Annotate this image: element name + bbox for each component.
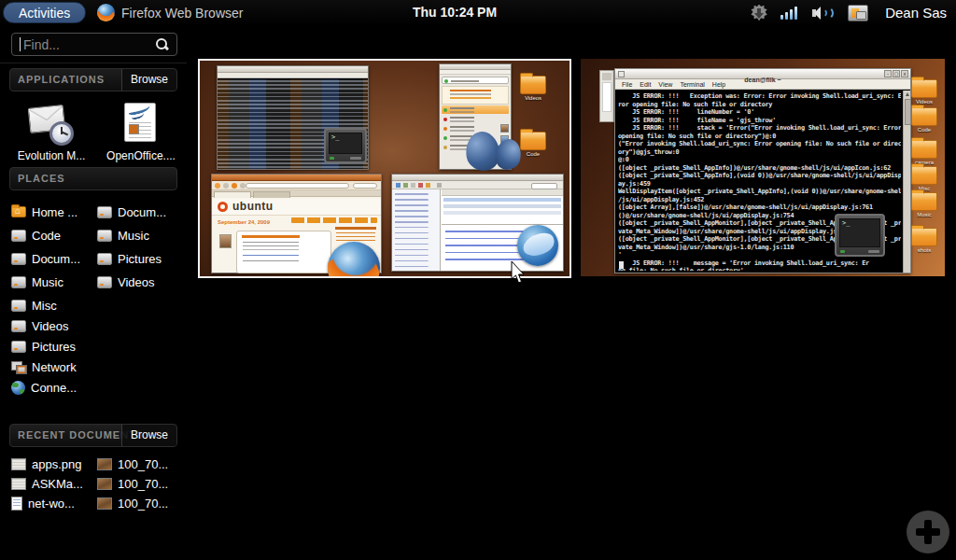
minimize-button[interactable]: - <box>884 70 892 77</box>
maximize-button[interactable]: □ <box>893 70 900 77</box>
favorite-apps: Evolution M... OpenOffice.... <box>13 101 183 162</box>
firefox-window[interactable]: ubuntu September 24, 2009 <box>211 174 382 273</box>
places-header: PLACES <box>9 167 177 190</box>
search-input[interactable]: Find... <box>11 33 177 56</box>
webpage-content: ubuntu September 24, 2009 <box>212 199 381 273</box>
recent-document-item[interactable]: 100_70... <box>97 496 183 511</box>
network-icon <box>11 361 26 373</box>
place-item[interactable]: Code <box>11 225 97 245</box>
browser-search-box <box>353 183 377 189</box>
browser-tabstrip <box>212 190 381 197</box>
place-item[interactable]: Docum... <box>11 248 97 269</box>
place-item[interactable]: Misc <box>11 295 187 315</box>
place-item[interactable]: Music <box>97 225 183 245</box>
desktop-folder: Videos <box>519 76 547 101</box>
updates-icon[interactable] <box>751 5 767 21</box>
folder-label: Code <box>519 151 547 157</box>
place-item-connect[interactable]: Conne... <box>11 377 187 398</box>
menu-file[interactable]: File <box>622 81 632 88</box>
recent-document-label: ASKMa... <box>32 477 83 491</box>
ubuntu-wordmark: ubuntu <box>232 200 274 213</box>
places-list: Misc Videos Pictures Network Conne... <box>11 295 187 398</box>
volume-icon[interactable] <box>812 6 835 21</box>
menu-view[interactable]: View <box>658 81 672 88</box>
screenshot-thumbnail <box>11 478 26 490</box>
app-item-evolution[interactable]: Evolution M... <box>13 101 90 162</box>
drive-icon <box>11 276 26 288</box>
photo-thumbnail <box>97 478 112 490</box>
terminal-app-icon: >_ <box>835 214 885 257</box>
user-menu[interactable]: Dean Sas <box>881 5 947 21</box>
window-titlebar: dean@filk ~ - □ x <box>615 69 910 79</box>
recent-documents-header: RECENT DOCUMENTS Browse <box>9 424 177 447</box>
battery-icon[interactable] <box>848 5 868 21</box>
place-item-home[interactable]: Home ... <box>11 202 97 222</box>
place-label: Music <box>118 229 149 243</box>
drive-icon <box>11 230 26 242</box>
recent-document-item[interactable]: apps.png <box>11 456 97 472</box>
app-menu[interactable]: Firefox Web Browser <box>97 0 243 25</box>
close-button[interactable]: x <box>901 70 908 77</box>
desktop-folder: camera <box>910 140 938 165</box>
recent-document-item[interactable]: 100_70... <box>97 456 183 472</box>
clock[interactable]: Thu 10:24 PM <box>413 0 497 25</box>
recent-document-item[interactable]: 100_70... <box>97 476 183 492</box>
applications-browse-button[interactable]: Browse <box>121 69 176 91</box>
desktop-folder: Code <box>910 107 938 133</box>
drive-icon <box>97 230 112 242</box>
folder-pane <box>392 189 441 271</box>
folder-label: shots <box>910 247 938 253</box>
recent-document-item[interactable]: net-wo... <box>11 496 97 511</box>
menu-edit[interactable]: Edit <box>640 81 651 88</box>
speech-bubble <box>236 231 331 273</box>
page-date: September 24, 2009 <box>218 219 270 225</box>
folder-icon <box>911 166 937 185</box>
notification-box <box>442 86 509 105</box>
recent-documents-browse-button[interactable]: Browse <box>121 425 176 447</box>
window-titlebar <box>392 175 563 181</box>
terminal-scrollbar[interactable] <box>903 91 910 273</box>
place-item[interactable]: Videos <box>11 315 187 336</box>
recent-document-item[interactable]: ASKMa... <box>11 476 97 492</box>
desktop-folder: shots <box>910 228 938 253</box>
top-bar: Activities Firefox Web Browser Thu 10:24… <box>0 0 956 25</box>
globe-icon <box>11 381 25 395</box>
recent-document-label: apps.png <box>32 457 82 471</box>
place-item[interactable]: Videos <box>97 272 183 292</box>
add-workspace-button[interactable] <box>907 511 949 553</box>
menu-help[interactable]: Help <box>712 81 725 88</box>
recent-document-label: 100_70... <box>118 457 168 471</box>
folder-icon <box>911 107 937 126</box>
status-dropdown <box>442 77 509 84</box>
signal-strength-icon[interactable] <box>780 6 799 21</box>
workspace-thumbnail-1[interactable]: >_ Videos Code Documents <box>198 59 571 278</box>
place-item-network[interactable]: Network <box>11 357 187 377</box>
app-label: Evolution M... <box>13 149 90 162</box>
folder-label: Music <box>910 212 938 217</box>
folder-icon <box>911 192 937 211</box>
mail-toolbar <box>392 181 563 189</box>
thunderbird-window[interactable] <box>391 174 564 272</box>
app-label: OpenOffice.... <box>103 149 179 162</box>
places-header-label: PLACES <box>18 173 65 184</box>
place-item[interactable]: Pictures <box>97 248 183 269</box>
drive-icon <box>11 253 26 265</box>
divider <box>0 63 187 63</box>
place-item[interactable]: Pictures <box>11 336 187 357</box>
recent-document-label: 100_70... <box>118 497 168 511</box>
activities-button[interactable]: Activities <box>3 2 86 23</box>
place-item[interactable]: Docum... <box>97 202 183 222</box>
recent-document-label: net-wo... <box>28 497 75 511</box>
buddy-avatar <box>500 124 509 133</box>
app-item-openoffice[interactable]: OpenOffice.... <box>103 101 179 162</box>
buddy-row <box>442 124 509 133</box>
firefox-icon <box>97 4 115 21</box>
drive-icon <box>97 253 112 265</box>
search-placeholder: Find... <box>23 37 156 52</box>
workspace-thumbnail-2[interactable]: dean@filk ~ - □ x File Edit View Termina… <box>581 59 945 276</box>
drive-icon <box>97 276 112 288</box>
place-item[interactable]: Music <box>11 272 97 292</box>
drive-icon <box>97 206 112 218</box>
menu-terminal[interactable]: Terminal <box>680 81 704 88</box>
drive-icon <box>11 320 26 332</box>
